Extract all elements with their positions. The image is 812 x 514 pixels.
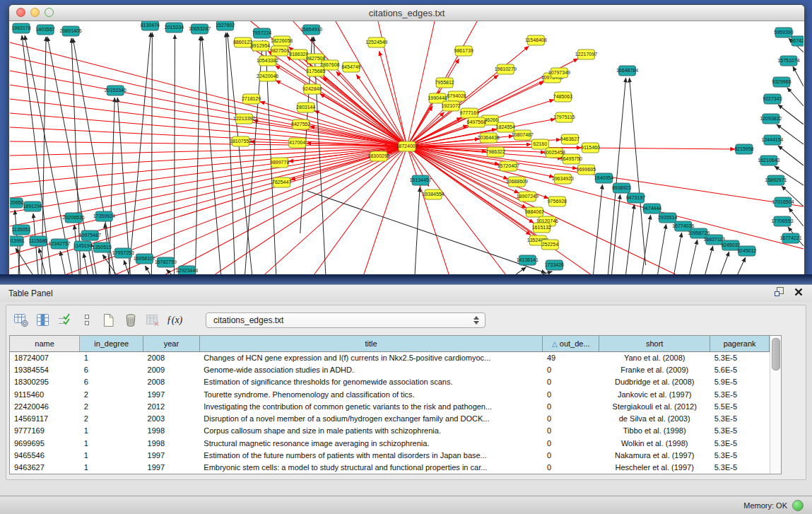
table-row[interactable]: 946554611997Estimation of the future num… xyxy=(10,449,770,461)
minimize-window-button[interactable] xyxy=(30,8,40,17)
graph-node[interactable]: 417004 xyxy=(289,138,306,148)
graph-node[interactable]: 9474444 xyxy=(642,204,661,214)
graph-edge-black[interactable] xyxy=(778,105,804,124)
graph-node[interactable]: 20153346 xyxy=(105,86,126,95)
graph-node[interactable]: 17706553 xyxy=(771,216,793,226)
graph-node[interactable]: 6497568 xyxy=(467,117,486,127)
graph-edge-black[interactable] xyxy=(60,251,65,274)
graph-node[interactable]: 8427552 xyxy=(291,119,310,129)
graph-node[interactable]: 9861739 xyxy=(454,46,473,56)
graph-edge-black[interactable] xyxy=(145,266,150,274)
graph-edge-black[interactable] xyxy=(516,267,526,274)
graph-node[interactable]: 20891406 xyxy=(60,26,82,36)
graph-node[interactable]: 1350515 xyxy=(93,243,112,252)
graph-edge-black[interactable] xyxy=(658,224,666,274)
graph-node[interactable]: 9242848 xyxy=(302,84,322,94)
graph-node[interactable]: 16495750 xyxy=(560,154,582,164)
graph-node[interactable]: 9227343 xyxy=(763,94,782,104)
column-header-pagerank[interactable]: pagerank xyxy=(710,336,770,351)
graph-node[interactable]: 7957224 xyxy=(252,28,271,38)
graph-node[interactable]: 10653287 xyxy=(189,24,211,34)
graph-node[interactable]: 9699695 xyxy=(577,165,596,175)
graph-node[interactable]: 2935514 xyxy=(658,213,677,223)
graph-node[interactable]: 16782759 xyxy=(155,257,177,267)
graph-edge-black[interactable] xyxy=(151,33,152,274)
graph-node[interactable]: 18300295 xyxy=(367,151,389,161)
import-table-icon[interactable] xyxy=(143,311,162,329)
table-scrollbar[interactable] xyxy=(770,336,781,474)
graph-node[interactable]: 15134457 xyxy=(409,175,431,185)
graph-edge-black[interactable] xyxy=(174,35,175,274)
graph-node[interactable]: 7955812 xyxy=(435,78,454,88)
column-header-year[interactable]: year xyxy=(143,336,200,351)
graph-node[interactable]: 17957253 xyxy=(112,248,134,258)
graph-edge-black[interactable] xyxy=(738,257,746,274)
graph-node[interactable]: 22420046 xyxy=(257,71,278,81)
graph-node[interactable]: 19634923 xyxy=(552,174,574,184)
table-row[interactable]: 977716911998Corpus callosum shape and si… xyxy=(10,425,770,437)
graph-edge-black[interactable] xyxy=(307,191,546,273)
graph-node[interactable]: 1615132 xyxy=(532,223,551,233)
graph-node[interactable]: 8938923 xyxy=(612,183,631,193)
graph-node[interactable]: 20364436 xyxy=(478,133,500,143)
graph-edge-red[interactable] xyxy=(10,146,407,212)
graph-edge-red[interactable] xyxy=(407,146,505,274)
graph-node[interactable]: 8860123 xyxy=(233,37,252,47)
graph-node[interactable]: 18724007 xyxy=(396,141,418,151)
graph-node[interactable]: 9899778 xyxy=(270,158,289,168)
graph-node[interactable]: 1640954 xyxy=(594,173,613,183)
column-header-name[interactable]: name xyxy=(10,336,80,351)
window-titlebar[interactable]: citations_edges.txt xyxy=(9,5,804,21)
graph-edge-black[interactable] xyxy=(124,260,129,274)
graph-node[interactable]: 15720407 xyxy=(498,161,519,171)
graph-node[interactable]: 8912954 xyxy=(251,41,270,51)
graph-node[interactable]: 2620650 xyxy=(10,198,24,208)
graph-node[interactable]: 15751074 xyxy=(777,56,799,66)
graph-node[interactable]: 11548408 xyxy=(525,35,547,45)
zoom-window-button[interactable] xyxy=(45,8,54,17)
table-row[interactable]: 2242004622012Investigating the contribut… xyxy=(10,400,770,412)
graph-edge-black[interactable] xyxy=(226,33,235,274)
create-column-icon[interactable] xyxy=(100,311,118,329)
graph-node[interactable]: 10688609 xyxy=(506,177,528,187)
graph-node[interactable]: 10975487 xyxy=(79,230,101,240)
graph-node[interactable]: 10543382 xyxy=(257,56,278,66)
graph-node[interactable]: 9463627 xyxy=(560,134,579,144)
table-select-dropdown[interactable]: citations_edges.txt xyxy=(206,313,486,328)
graph-node[interactable]: 8454749 xyxy=(341,62,360,72)
graph-edge-black[interactable] xyxy=(630,78,646,265)
graph-edge-black[interactable] xyxy=(690,240,698,274)
graph-node[interactable]: 9115460 xyxy=(581,143,600,153)
table-row[interactable]: 1456911722003Disruption of a novel membe… xyxy=(10,412,770,424)
table-row[interactable]: 969969511998Structural magnetic resonanc… xyxy=(10,437,770,449)
column-header-out-de-[interactable]: △out_de... xyxy=(543,336,599,351)
graph-node[interactable]: 1115686 xyxy=(29,236,47,246)
graph-edge-red[interactable] xyxy=(290,146,407,180)
graph-node[interactable]: 1527602 xyxy=(216,21,235,30)
graph-node[interactable]: 12923448 xyxy=(176,266,198,274)
memory-status-indicator[interactable] xyxy=(792,500,804,511)
graph-node[interactable]: 8130474 xyxy=(141,21,160,30)
graph-node[interactable]: 62160 xyxy=(531,139,548,149)
graph-node[interactable]: 252254 xyxy=(541,240,558,250)
graph-node[interactable]: 12524549 xyxy=(365,37,387,47)
graph-node[interactable]: 12342757 xyxy=(49,239,71,249)
select-rows-icon[interactable] xyxy=(56,311,74,329)
graph-node[interactable]: 2803144 xyxy=(296,103,315,112)
graph-edge-red[interactable] xyxy=(10,146,407,255)
graph-edge-black[interactable] xyxy=(415,187,420,274)
graph-edge-black[interactable] xyxy=(593,185,602,274)
graph-node[interactable]: 7625447 xyxy=(272,177,291,187)
graph-edge-black[interactable] xyxy=(201,36,220,274)
graph-node[interactable]: 1145194 xyxy=(73,241,93,251)
graph-node[interactable]: 9827509 xyxy=(270,46,289,56)
graph-node[interactable]: 17975115 xyxy=(553,112,575,122)
table-row[interactable]: 1830029562008Estimation of significance … xyxy=(10,376,770,388)
graph-node[interactable]: 10797349 xyxy=(548,68,570,78)
graph-node[interactable]: 9756928 xyxy=(548,197,567,206)
graph-node[interactable]: 18226058 xyxy=(271,36,293,46)
graph-edge-black[interactable] xyxy=(612,194,620,274)
graph-edge-red[interactable] xyxy=(10,146,407,269)
graph-edge-black[interactable] xyxy=(228,33,252,274)
graph-edge-black[interactable] xyxy=(129,33,151,274)
